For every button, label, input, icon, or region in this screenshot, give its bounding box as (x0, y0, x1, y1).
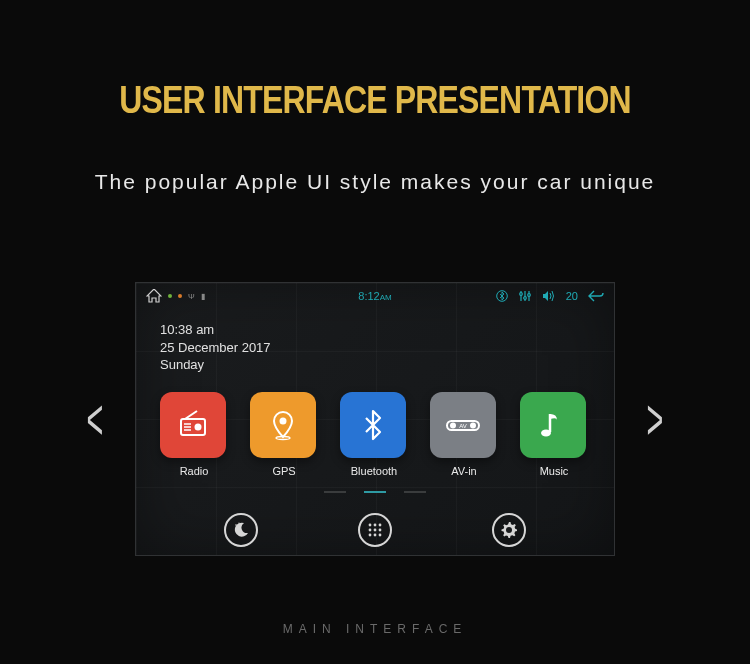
bluetooth-icon (340, 392, 406, 458)
svg-point-16 (450, 422, 456, 428)
svg-point-29 (374, 534, 377, 537)
app-label: GPS (250, 465, 318, 477)
dock (136, 513, 614, 547)
page-dot[interactable] (404, 491, 426, 493)
app-row: Radio GPS Bluetooth AV AV-in (136, 374, 614, 477)
svg-point-28 (369, 534, 372, 537)
music-icon (520, 392, 586, 458)
status-time: 8:12AM (358, 290, 391, 302)
svg-point-24 (379, 524, 382, 527)
next-arrow[interactable]: > (647, 386, 664, 452)
svg-point-6 (527, 294, 530, 297)
bt-status-icon[interactable] (496, 290, 508, 302)
home-icon[interactable] (146, 289, 162, 303)
svg-point-21 (238, 522, 239, 523)
app-music[interactable]: Music (520, 392, 588, 477)
volume-value: 20 (566, 290, 578, 302)
svg-point-19 (541, 429, 551, 436)
app-radio[interactable]: Radio (160, 392, 228, 477)
time-text: 10:38 am (160, 321, 614, 339)
svg-line-8 (185, 411, 197, 419)
app-label: Bluetooth (340, 465, 408, 477)
settings-button[interactable] (492, 513, 526, 547)
svg-point-4 (519, 293, 522, 296)
back-icon[interactable] (588, 290, 604, 302)
svg-point-13 (280, 417, 287, 424)
app-label: Music (520, 465, 588, 477)
page-subtitle: The popular Apple UI style makes your ca… (0, 170, 750, 194)
svg-point-17 (470, 422, 476, 428)
app-bluetooth[interactable]: Bluetooth (340, 392, 408, 477)
status-time-value: 8:12 (358, 290, 379, 302)
page-indicator (136, 491, 614, 493)
svg-point-9 (195, 423, 202, 430)
battery-icon: ▮ (201, 292, 205, 301)
equalizer-icon[interactable] (518, 290, 532, 302)
svg-point-22 (369, 524, 372, 527)
svg-point-27 (379, 529, 382, 532)
head-unit-screen: Ψ ▮ 8:12AM 20 (135, 282, 615, 556)
day-text: Sunday (160, 356, 614, 374)
pin-icon (250, 392, 316, 458)
datetime-block: 10:38 am 25 December 2017 Sunday (136, 309, 614, 374)
radio-icon (160, 392, 226, 458)
prev-arrow[interactable]: < (87, 386, 104, 452)
status-bar: Ψ ▮ 8:12AM 20 (136, 283, 614, 309)
page-dot[interactable] (324, 491, 346, 493)
app-label: Radio (160, 465, 228, 477)
volume-icon[interactable] (542, 290, 556, 302)
date-text: 25 December 2017 (160, 339, 614, 357)
app-avin[interactable]: AV AV-in (430, 392, 498, 477)
svg-point-20 (235, 524, 237, 526)
svg-point-25 (369, 529, 372, 532)
status-dot-green (168, 294, 172, 298)
page-dot[interactable] (364, 491, 386, 493)
svg-point-26 (374, 529, 377, 532)
svg-point-23 (374, 524, 377, 527)
usb-icon: Ψ (188, 292, 195, 301)
page-title: USER INTERFACE PRESENTATION (68, 0, 683, 122)
app-label: AV-in (430, 465, 498, 477)
apps-grid-button[interactable] (358, 513, 392, 547)
status-time-ampm: AM (380, 293, 392, 302)
status-dot-orange (178, 294, 182, 298)
svg-point-30 (379, 534, 382, 537)
avin-icon: AV (430, 392, 496, 458)
night-mode-button[interactable] (224, 513, 258, 547)
footer-label: MAIN INTERFACE (0, 622, 750, 636)
svg-text:AV: AV (459, 423, 467, 429)
app-gps[interactable]: GPS (250, 392, 318, 477)
svg-point-31 (506, 527, 512, 533)
carousel: < Ψ ▮ 8:12AM (0, 282, 750, 556)
svg-point-5 (523, 297, 526, 300)
